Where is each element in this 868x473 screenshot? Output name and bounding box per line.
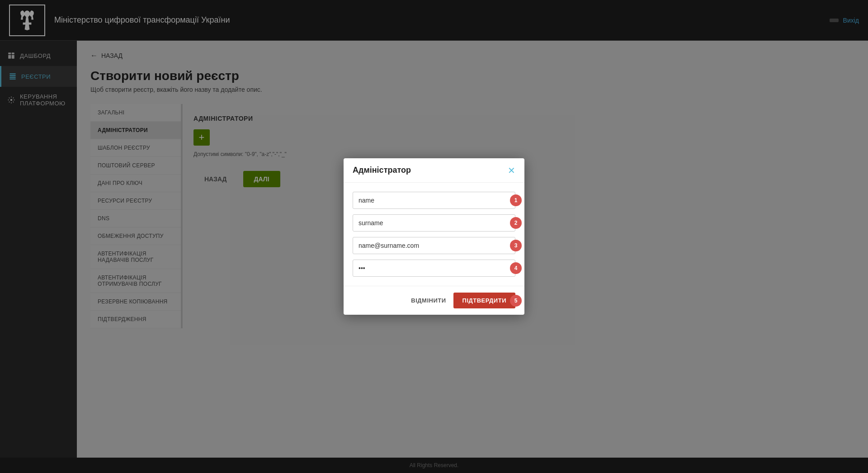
field-badge-4: 4: [510, 262, 522, 274]
modal-overlay[interactable]: Адміністратор ✕ 1 2 3 4: [0, 0, 868, 473]
email-input[interactable]: [353, 237, 515, 254]
field-badge-2: 2: [510, 217, 522, 229]
name-input[interactable]: [353, 192, 515, 209]
modal-header: Адміністратор ✕: [344, 158, 524, 183]
modal-field-email: 3: [353, 237, 515, 254]
confirm-badge: 5: [510, 295, 522, 307]
modal-title: Адміністратор: [353, 166, 411, 175]
modal-footer: ВІДМІНИТИ ПІДТВЕРДИТИ 5: [344, 286, 524, 315]
field-badge-1: 1: [510, 194, 522, 206]
modal-field-surname: 2: [353, 214, 515, 232]
confirm-wrapper: ПІДТВЕРДИТИ 5: [453, 293, 515, 308]
modal-field-password: 4: [353, 260, 515, 277]
modal-cancel-button[interactable]: ВІДМІНИТИ: [411, 297, 446, 304]
modal-body: 1 2 3 4: [344, 183, 524, 286]
surname-input[interactable]: [353, 214, 515, 232]
admin-modal: Адміністратор ✕ 1 2 3 4: [344, 158, 524, 315]
modal-field-name: 1: [353, 192, 515, 209]
password-input[interactable]: [353, 260, 515, 277]
field-badge-3: 3: [510, 240, 522, 251]
modal-confirm-button[interactable]: ПІДТВЕРДИТИ: [453, 293, 515, 308]
modal-close-button[interactable]: ✕: [508, 166, 515, 175]
